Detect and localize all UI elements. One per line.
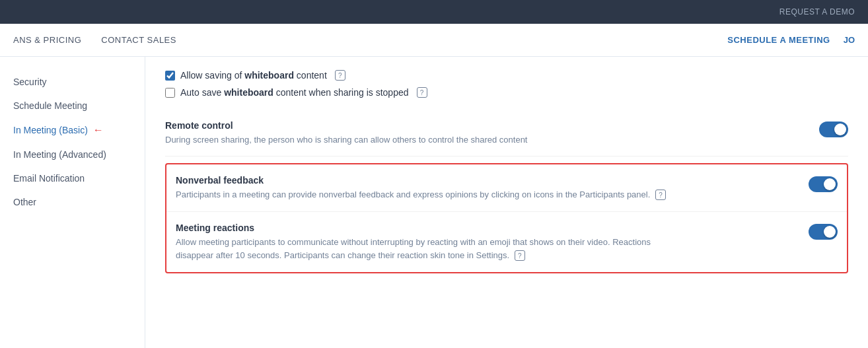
remote-control-toggle[interactable] <box>819 122 848 137</box>
nonverbal-feedback-slider <box>809 176 838 192</box>
remote-control-row: Remote control During screen sharing, th… <box>165 111 848 157</box>
whiteboard-section: Allow saving of whiteboard content ? Aut… <box>165 70 848 111</box>
meeting-reactions-content: Meeting reactions Allow meeting particip… <box>176 223 809 261</box>
contact-sales-link[interactable]: CONTACT SALES <box>101 35 176 45</box>
sidebar-item-in-meeting-advanced[interactable]: In Meeting (Advanced) <box>0 143 145 166</box>
nonverbal-feedback-title: Nonverbal feedback <box>176 175 809 186</box>
nonverbal-feedback-desc: Participants in a meeting can provide no… <box>176 188 671 201</box>
allow-saving-label: Allow saving of whiteboard content <box>180 70 327 81</box>
sidebar-item-label: In Meeting (Advanced) <box>13 149 106 160</box>
nonverbal-feedback-row: Nonverbal feedback Participants in a mee… <box>166 164 847 213</box>
remote-control-content: Remote control During screen sharing, th… <box>165 120 819 147</box>
top-bar: REQUEST A DEMO <box>0 0 868 24</box>
auto-save-row: Auto save whiteboard content when sharin… <box>165 87 848 98</box>
sidebar-item-label: Other <box>13 197 36 207</box>
nav-left: ANS & PRICING CONTACT SALES <box>13 35 176 45</box>
sidebar-item-label: Security <box>13 77 47 87</box>
active-arrow-icon: ← <box>93 124 104 136</box>
schedule-meeting-nav-btn[interactable]: SCHEDULE A MEETING <box>727 35 830 45</box>
meeting-reactions-title: Meeting reactions <box>176 223 809 233</box>
allow-saving-checkbox[interactable] <box>165 71 175 81</box>
sidebar: Security Schedule Meeting In Meeting (Ba… <box>0 57 145 348</box>
join-link[interactable]: JO <box>844 35 855 45</box>
nav-bar: ANS & PRICING CONTACT SALES SCHEDULE A M… <box>0 24 868 57</box>
meeting-reactions-row: Meeting reactions Allow meeting particip… <box>166 212 847 272</box>
highlighted-settings-box: Nonverbal feedback Participants in a mee… <box>165 163 848 274</box>
sidebar-item-label: Email Notification <box>13 173 85 184</box>
meeting-reactions-slider <box>809 224 838 240</box>
nonverbal-info-icon[interactable]: ? <box>655 190 666 200</box>
nonverbal-feedback-content: Nonverbal feedback Participants in a mee… <box>176 175 809 201</box>
auto-save-label: Auto save whiteboard content when sharin… <box>180 87 409 98</box>
remote-control-title: Remote control <box>165 120 819 131</box>
sidebar-item-other[interactable]: Other <box>0 190 145 214</box>
sidebar-item-email-notification[interactable]: Email Notification <box>0 166 145 190</box>
sidebar-item-label: In Meeting (Basic) <box>13 125 88 135</box>
sidebar-item-schedule-meeting[interactable]: Schedule Meeting <box>0 94 145 118</box>
auto-save-checkbox[interactable] <box>165 88 175 98</box>
remote-control-desc: During screen sharing, the person who is… <box>165 133 661 147</box>
meeting-reactions-info-icon[interactable]: ? <box>515 250 525 261</box>
sidebar-item-label: Schedule Meeting <box>13 100 87 111</box>
nav-right: SCHEDULE A MEETING JO <box>727 35 855 45</box>
allow-saving-row: Allow saving of whiteboard content ? <box>165 70 848 81</box>
auto-save-info-icon[interactable]: ? <box>417 87 427 98</box>
sidebar-item-security[interactable]: Security <box>0 70 145 94</box>
sidebar-item-in-meeting-basic[interactable]: In Meeting (Basic) ← <box>0 118 145 143</box>
remote-control-slider <box>819 122 848 137</box>
page-layout: Security Schedule Meeting In Meeting (Ba… <box>0 57 868 348</box>
request-demo-link[interactable]: REQUEST A DEMO <box>779 7 855 17</box>
allow-saving-info-icon[interactable]: ? <box>335 70 345 81</box>
meeting-reactions-desc: Allow meeting participants to communicat… <box>176 236 671 261</box>
main-content: Allow saving of whiteboard content ? Aut… <box>145 57 868 348</box>
meeting-reactions-toggle[interactable] <box>809 224 838 240</box>
nonverbal-feedback-toggle[interactable] <box>809 176 838 192</box>
plans-pricing-link[interactable]: ANS & PRICING <box>13 35 81 45</box>
